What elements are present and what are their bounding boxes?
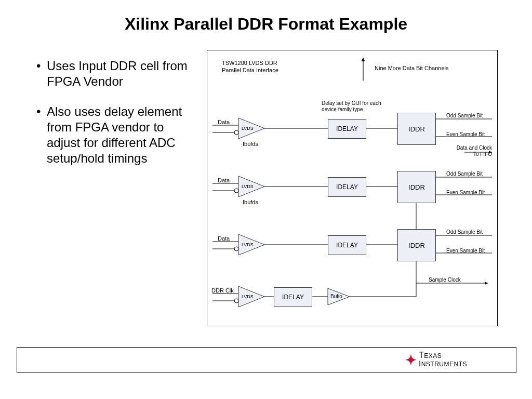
svg-point-11 <box>234 189 238 193</box>
label-even: Even Sample Bit <box>446 131 485 137</box>
label-data: Data <box>218 119 230 125</box>
svg-point-3 <box>234 130 238 135</box>
block-iddr: IDDR <box>397 113 436 145</box>
slide: Xilinx Parallel DDR Format Example • Use… <box>0 0 532 399</box>
ti-brand-text-2: INSTRUMENTS <box>419 360 467 367</box>
ti-mark-icon: ✦ <box>405 354 417 366</box>
label-lvds: LVDS <box>242 126 254 131</box>
bullet-list: • Uses Input DDR cell from FPGA Vendor •… <box>36 58 192 181</box>
ti-logo: ✦ TEXAS INSTRUMENTS <box>405 351 467 367</box>
svg-point-19 <box>234 247 238 251</box>
label-odd: Odd Sample Bit <box>446 113 483 118</box>
label-ibufds: Ibufds <box>243 199 258 205</box>
label-odd: Odd Sample Bit <box>446 229 483 235</box>
ti-brand-text: TEXAS <box>419 351 467 360</box>
label-lvds: LVDS <box>242 294 254 299</box>
block-idelay: IDELAY <box>328 119 366 139</box>
bullet-item: • Uses Input DDR cell from FPGA Vendor <box>36 58 192 89</box>
label-ibufds: Ibufds <box>243 141 258 147</box>
label-lvds: LVDS <box>242 184 254 189</box>
label-fifo-1: Data and Clock <box>447 145 492 151</box>
block-iddr: IDDR <box>397 229 436 261</box>
bullet-item: • Also uses delay element from FPGA vend… <box>36 104 192 166</box>
diagram-container: TSW1200 LVDS DDR Parallel Data Interface… <box>207 50 498 326</box>
label-lvds: LVDS <box>242 242 254 247</box>
label-data: Data <box>218 177 230 183</box>
label-even: Even Sample Bit <box>446 190 485 195</box>
svg-point-27 <box>234 299 238 303</box>
label-data: Data <box>218 235 230 242</box>
bullet-icon: • <box>36 104 47 166</box>
block-iddr: IDDR <box>397 171 436 203</box>
block-idelay: IDELAY <box>274 287 312 307</box>
block-idelay: IDELAY <box>328 177 366 197</box>
label-ddr-clk: DDR Clk <box>211 287 234 294</box>
bullet-text: Uses Input DDR cell from FPGA Vendor <box>47 58 192 89</box>
block-idelay: IDELAY <box>328 235 366 255</box>
label-bufio: Bufio <box>330 294 342 299</box>
label-sample-clock: Sample Clock <box>429 277 461 283</box>
bullet-icon: • <box>36 58 47 89</box>
label-even: Even Sample Bit <box>446 248 485 254</box>
bullet-text: Also uses delay element from FPGA vendor… <box>47 104 192 166</box>
slide-title: Xilinx Parallel DDR Format Example <box>0 15 532 34</box>
label-odd: Odd Sample Bit <box>446 171 483 177</box>
label-fifo-2: To FIFO <box>447 151 492 157</box>
